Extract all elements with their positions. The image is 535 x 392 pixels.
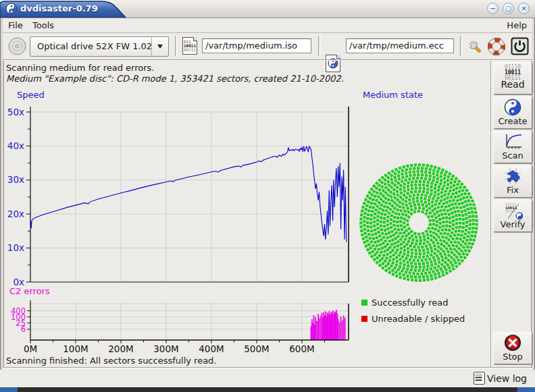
speed-chart: 0x10x20x30x40x50x [7, 107, 349, 287]
svg-text:400: 400 [11, 306, 26, 316]
svg-text:200M: 200M [108, 343, 133, 354]
svg-text:500M: 500M [244, 343, 269, 354]
svg-text:30x: 30x [7, 174, 24, 185]
dvdisaster-window: dvdisaster-0.79 − ▢ ✕ File Tools Help Op… [0, 0, 535, 392]
svg-text:50x: 50x [7, 107, 24, 117]
svg-text:0M: 0M [24, 343, 37, 354]
charts-and-disc-canvas: 0x10x20x30x40x50x 6251004000M100M200M300… [0, 0, 535, 392]
resize-grip-right[interactable] [517, 387, 535, 392]
medium-state-disc [359, 163, 478, 281]
svg-text:40x: 40x [7, 140, 24, 151]
c2-errors-chart: 6251004000M100M200M300M400M500M600M [11, 300, 349, 354]
svg-text:100M: 100M [63, 343, 88, 354]
window-border-bottom [0, 387, 535, 392]
resize-grip-left[interactable] [0, 387, 18, 392]
svg-text:10x: 10x [7, 242, 24, 253]
svg-text:600M: 600M [289, 343, 314, 354]
svg-text:300M: 300M [153, 343, 178, 354]
svg-text:20x: 20x [7, 208, 24, 219]
svg-text:400M: 400M [199, 343, 224, 354]
svg-text:0x: 0x [13, 277, 24, 287]
